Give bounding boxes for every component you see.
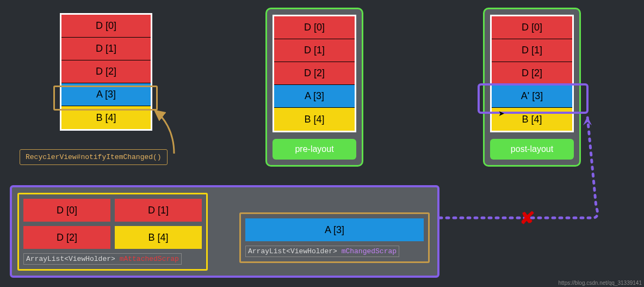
scrap-item: D [1] <box>115 199 202 222</box>
scrap-item: A [3] <box>245 218 424 241</box>
screen: D [0] D [1] D [2] A [3] B [4] <box>60 13 152 131</box>
watermark: https://blog.csdn.net/qq_31339141 <box>559 280 642 286</box>
list-item: B [4] <box>274 108 355 131</box>
post-layout-button[interactable]: post-layout <box>490 139 574 160</box>
list-item: D [2] <box>492 62 572 85</box>
changed-scrap-label: ArrayList<ViewHolder> mChangedScrap <box>245 246 399 257</box>
rebind-highlight <box>478 83 589 114</box>
changed-scrap-box: A [3] ArrayList<ViewHolder> mChangedScra… <box>239 212 430 263</box>
list-item: D [2] <box>274 62 355 85</box>
changed-item-highlight <box>53 86 158 111</box>
screen: D [0] D [1] D [2] A [3] B [4] <box>273 15 356 132</box>
list-item: D [0] <box>61 15 151 38</box>
list-item: D [0] <box>492 16 572 39</box>
list-item: D [1] <box>492 39 572 62</box>
list-item: D [2] <box>61 60 151 83</box>
notify-call-label: RecyclerView#notifyItemChanged() <box>20 149 168 165</box>
cross-icon: ✘ <box>519 208 535 228</box>
scrap-panel: D [0] D [1] D [2] B [4] ArrayList<ViewHo… <box>10 185 439 278</box>
scrap-item: D [0] <box>23 199 110 222</box>
list-item: D [1] <box>274 39 355 62</box>
scrap-item: D [2] <box>23 226 110 249</box>
pre-layout-phone: D [0] D [1] D [2] A [3] B [4] pre-layout <box>265 8 363 167</box>
scrap-item: B [4] <box>115 226 202 249</box>
list-item: A [3] <box>274 85 355 108</box>
initial-list: D [0] D [1] D [2] A [3] B [4] <box>60 13 152 131</box>
pre-layout-button[interactable]: pre-layout <box>273 139 356 160</box>
list-item: D [0] <box>274 16 355 39</box>
cursor-icon: ➤ <box>498 109 505 118</box>
list-item: D [1] <box>61 38 151 60</box>
attached-scrap-label: ArrayList<ViewHolder> mAttachedScrap <box>23 253 182 265</box>
attached-scrap-box: D [0] D [1] D [2] B [4] ArrayList<ViewHo… <box>17 193 208 271</box>
